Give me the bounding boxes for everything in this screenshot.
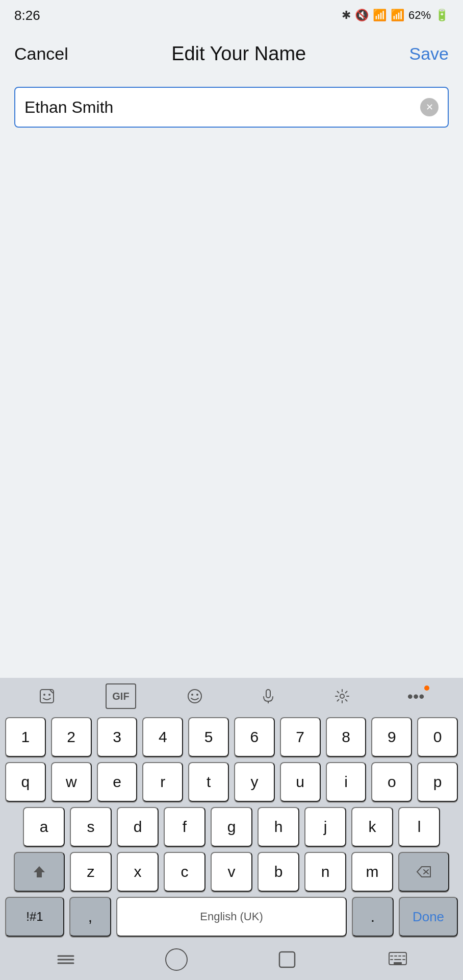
key-0[interactable]: 0	[417, 717, 458, 757]
key-j[interactable]: j	[304, 807, 346, 847]
gif-button[interactable]: GIF	[106, 683, 136, 709]
key-y[interactable]: y	[234, 762, 275, 802]
key-u[interactable]: u	[280, 762, 321, 802]
home-icon	[165, 948, 188, 971]
key-p[interactable]: p	[417, 762, 458, 802]
key-x[interactable]: x	[117, 852, 159, 892]
key-5[interactable]: 5	[188, 717, 229, 757]
key-z[interactable]: z	[70, 852, 112, 892]
row-bottom: !#1 , English (UK) . Done	[0, 894, 463, 939]
clear-button[interactable]	[420, 98, 439, 116]
toolbar: Cancel Edit Your Name Save	[0, 31, 463, 77]
input-area	[0, 77, 463, 138]
key-e[interactable]: e	[97, 762, 138, 802]
nav-bar	[0, 939, 463, 980]
status-icons: ✱ 🔇 📶 📶 62% 🔋	[342, 9, 449, 22]
svg-point-5	[196, 694, 198, 696]
svg-point-4	[191, 694, 193, 696]
keyboard-switch-button[interactable]	[380, 944, 416, 975]
more-button[interactable]: •••	[401, 683, 431, 709]
key-d[interactable]: d	[117, 807, 159, 847]
battery-indicator: 62%	[408, 9, 431, 22]
signal-icon: 📶	[391, 9, 404, 22]
notification-dot	[424, 685, 429, 691]
key-l[interactable]: l	[398, 807, 440, 847]
key-c[interactable]: c	[164, 852, 205, 892]
done-button[interactable]: Done	[399, 897, 458, 937]
emoji-button[interactable]	[179, 683, 210, 709]
svg-point-2	[48, 694, 50, 696]
key-n[interactable]: n	[304, 852, 346, 892]
svg-point-1	[43, 694, 45, 696]
keyboard-toolbar: GIF •••	[0, 678, 463, 715]
sticker-button[interactable]	[32, 683, 62, 709]
space-button[interactable]: English (UK)	[116, 897, 347, 937]
svg-point-3	[188, 690, 201, 703]
status-bar: 8:26 ✱ 🔇 📶 📶 62% 🔋	[0, 0, 463, 31]
svg-rect-24	[394, 962, 402, 964]
row-qwerty: q w e r t y u i o p	[0, 760, 463, 804]
key-w[interactable]: w	[51, 762, 92, 802]
number-row: 1 2 3 4 5 6 7 8 9 0	[0, 715, 463, 760]
delete-button[interactable]	[398, 852, 449, 892]
row-asdf: a s d f g h j k l	[0, 804, 463, 849]
svg-point-8	[340, 694, 344, 698]
recent-apps-button[interactable]	[269, 944, 305, 975]
svg-rect-6	[266, 690, 270, 698]
battery-icon: 🔋	[435, 9, 449, 22]
key-q[interactable]: q	[5, 762, 46, 802]
comma-button[interactable]: ,	[69, 897, 111, 937]
key-2[interactable]: 2	[51, 717, 92, 757]
key-i[interactable]: i	[326, 762, 367, 802]
name-input-container	[14, 87, 449, 128]
key-6[interactable]: 6	[234, 717, 275, 757]
key-v[interactable]: v	[211, 852, 252, 892]
svg-rect-15	[279, 952, 295, 967]
key-h[interactable]: h	[258, 807, 299, 847]
key-9[interactable]: 9	[371, 717, 412, 757]
key-r[interactable]: r	[142, 762, 183, 802]
status-time: 8:26	[14, 8, 40, 23]
page-title: Edit Your Name	[171, 43, 306, 65]
keyboard: GIF •••	[0, 678, 463, 939]
key-t[interactable]: t	[188, 762, 229, 802]
more-label: •••	[407, 687, 425, 706]
settings-button[interactable]	[327, 683, 357, 709]
symbols-button[interactable]: !#1	[5, 897, 64, 937]
mute-icon: 🔇	[355, 9, 369, 22]
name-input[interactable]	[24, 98, 420, 117]
gif-label: GIF	[112, 691, 129, 702]
period-button[interactable]: .	[352, 897, 394, 937]
wifi-icon: 📶	[373, 9, 387, 22]
key-b[interactable]: b	[258, 852, 299, 892]
key-a[interactable]: a	[23, 807, 65, 847]
row-zxcv: z x c v b n m	[0, 849, 463, 894]
key-o[interactable]: o	[371, 762, 412, 802]
key-4[interactable]: 4	[142, 717, 183, 757]
save-button[interactable]: Save	[409, 44, 449, 64]
svg-marker-9	[34, 866, 45, 877]
key-s[interactable]: s	[70, 807, 112, 847]
key-f[interactable]: f	[164, 807, 205, 847]
microphone-button[interactable]	[253, 683, 284, 709]
key-m[interactable]: m	[351, 852, 393, 892]
cancel-button[interactable]: Cancel	[14, 44, 68, 64]
key-8[interactable]: 8	[326, 717, 367, 757]
key-k[interactable]: k	[351, 807, 393, 847]
key-g[interactable]: g	[211, 807, 252, 847]
key-7[interactable]: 7	[280, 717, 321, 757]
home-button[interactable]	[159, 944, 194, 975]
main-content	[0, 138, 463, 678]
shift-button[interactable]	[14, 852, 65, 892]
bluetooth-icon: ✱	[342, 9, 351, 22]
key-1[interactable]: 1	[5, 717, 46, 757]
key-3[interactable]: 3	[97, 717, 138, 757]
back-button[interactable]	[48, 944, 84, 975]
